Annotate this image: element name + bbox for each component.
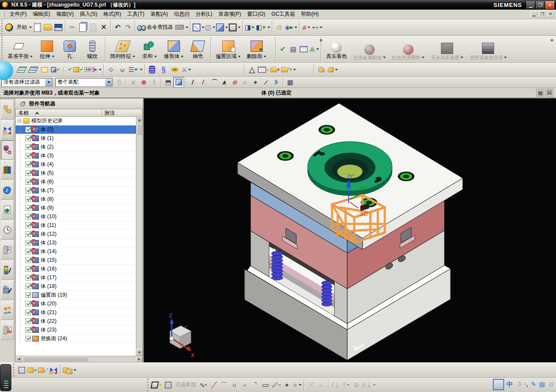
gloves-button[interactable]: ✋ [114, 77, 125, 88]
studio-spline-button[interactable]: 🖉•• [271, 380, 281, 390]
checkbox-icon[interactable] [25, 257, 31, 263]
checkbox-icon[interactable] [25, 153, 31, 159]
tree-item[interactable]: 体 (23) [16, 326, 136, 335]
gold-hook-button[interactable] [316, 64, 327, 75]
tree-item[interactable]: 替换面 (24) [16, 335, 136, 343]
dimension-button[interactable]: ⤒ [341, 380, 351, 390]
checkbox-icon[interactable] [25, 301, 31, 307]
history-tab[interactable] [1, 220, 14, 240]
tree-item[interactable]: 体 (20) [16, 300, 136, 308]
tree-item[interactable]: 体 (7) [16, 186, 136, 195]
cut-button[interactable]: ✂ [67, 22, 78, 33]
shaded-cube-button[interactable] [216, 22, 228, 33]
snap-center-button[interactable]: ⊙ [229, 77, 240, 88]
checkbox-icon[interactable] [25, 135, 31, 141]
combo-arrow-button[interactable] [45, 78, 52, 86]
checkbox-icon[interactable] [25, 231, 31, 237]
approve-body-button[interactable]: ✔ [50, 64, 61, 75]
tree-item[interactable]: 体 (12) [16, 230, 136, 239]
checkbox-icon[interactable] [25, 249, 31, 254]
note-button[interactable] [39, 64, 50, 75]
layer-settings-button[interactable] [27, 64, 39, 75]
fillet-button[interactable]: ⌐ [240, 380, 250, 390]
dock-icon[interactable]: ▨ [536, 89, 544, 97]
measure-button[interactable]: ⊷ [312, 22, 323, 33]
gradient-gray-background-button[interactable]: 渐变深灰色背景 [466, 36, 510, 62]
tree-item[interactable]: 体 (15) [16, 256, 136, 265]
unite-button[interactable]: + 求和 [138, 36, 161, 62]
scroll-left-icon[interactable]: ◄ [16, 357, 22, 362]
part-navigator-tab[interactable] [1, 140, 14, 159]
menu-item[interactable]: 插入(S) [77, 10, 100, 18]
scroll-thumb[interactable] [137, 124, 142, 135]
scroll-right-icon[interactable]: ► [136, 357, 142, 362]
window-style-button[interactable] [228, 22, 241, 33]
tree-item[interactable]: 体 (18) [16, 282, 136, 291]
tree-item[interactable]: 体 (0) [16, 125, 136, 134]
tree-item[interactable]: 体 (2) [16, 143, 136, 152]
title-bar[interactable]: NX 8.5 - 建模 - [zhuangpeitu_UG7.5.prt （修改… [0, 0, 556, 10]
scroll-thumb[interactable] [23, 357, 88, 362]
pen-input-button[interactable]: ⌨ [174, 22, 189, 33]
checkbox-icon[interactable] [25, 170, 31, 176]
clamp-a-button[interactable]: ⟐ [105, 64, 117, 75]
minimize-button[interactable]: ▁ [526, 1, 535, 9]
tree-root-row[interactable]: 模型历史记录 [16, 117, 136, 125]
locating-ring[interactable] [308, 142, 392, 196]
menu-item[interactable]: 帮助(H) [298, 10, 322, 18]
sketch-shade-button[interactable] [163, 380, 173, 390]
arc-button[interactable]: ⌒ [219, 380, 229, 390]
snap-view-button[interactable]: ◈▶ [285, 22, 298, 33]
ime-clipboard-icon[interactable]: ▤ [539, 381, 545, 389]
viewport-3d-model[interactable]: ZC YC XC Z X [144, 98, 556, 362]
ime-settings-wrench-icon[interactable]: ✎ [531, 381, 536, 389]
save-button[interactable] [53, 22, 64, 33]
menu-item[interactable]: GC工具箱 [268, 10, 298, 18]
offset-region-button[interactable]: 偏置区域 [213, 36, 244, 62]
folder-circles-button[interactable]: °o [281, 64, 296, 75]
copy-button[interactable] [78, 22, 88, 33]
roles-tab[interactable] [1, 301, 14, 320]
restore-button[interactable]: ❐ [536, 1, 545, 9]
mdi-restore-button[interactable]: ❐ [539, 11, 546, 17]
snap-quadrant-button[interactable]: ○ [240, 77, 250, 88]
move-component-button[interactable]: ⤢ [37, 365, 48, 375]
tree-item[interactable]: 偏置面 (19) [16, 291, 136, 300]
scroll-down-icon[interactable]: ▼ [136, 349, 142, 356]
paste-button[interactable] [88, 22, 98, 33]
shell-button[interactable]: 抽壳 [186, 36, 209, 62]
checkbox-icon[interactable] [25, 310, 31, 315]
ring-part-button[interactable] [169, 64, 180, 75]
validate-button[interactable]: ✔ [278, 44, 288, 54]
menu-item[interactable]: 格式(R) [100, 10, 124, 18]
ime-language-bar[interactable]: 中 ☽ ·, ✎ ▤ ☺ [493, 379, 554, 390]
extrude-button[interactable]: 拉伸 [36, 36, 58, 62]
menu-item[interactable]: 装配(A) [147, 10, 171, 18]
filter-funnel-button[interactable]: ⋎ [128, 77, 139, 88]
hole-button[interactable]: 孔 [58, 36, 81, 62]
selection-scope-combo[interactable]: 整个装配 [55, 78, 113, 87]
ime-punctuation-icon[interactable]: ·, [524, 381, 528, 389]
snap-intersection-button[interactable]: ∧ [219, 77, 229, 88]
grid-button[interactable]: ▦ [285, 77, 295, 88]
snap-existing-point-button[interactable]: + [250, 77, 261, 88]
sketch-in-task-button[interactable]: ✦ [151, 380, 163, 390]
clamp-b-button[interactable]: ⟒ [117, 64, 128, 75]
menu-item[interactable]: 工具(T) [124, 10, 147, 18]
tree-item[interactable]: 体 (4) [16, 160, 136, 169]
toolbar-handle[interactable] [13, 364, 15, 376]
quick-trim-button[interactable]: ⤬ [306, 380, 316, 390]
checkbox-icon[interactable] [25, 318, 31, 324]
no-global-reflection-button[interactable]: 无全局反射图 [427, 36, 466, 62]
snap-endpoint-button[interactable]: / [187, 77, 198, 88]
close-button[interactable]: ✕ [546, 1, 554, 9]
menu-item[interactable]: 信息(I) [171, 10, 192, 18]
scroll-up-icon[interactable]: ▲ [136, 117, 142, 123]
quick-extend-button[interactable]: ⟜ [316, 380, 327, 390]
pattern-feature-button[interactable]: 阵列特征 [107, 36, 138, 62]
snap-point-on-curve-button[interactable]: ∕ [261, 77, 271, 88]
tree-item[interactable]: 体 (17) [16, 274, 136, 282]
tree-item[interactable]: 体 (11) [16, 221, 136, 230]
point-button[interactable]: + [281, 380, 292, 390]
role-palette-button[interactable]: 🎨︎ [274, 22, 285, 33]
